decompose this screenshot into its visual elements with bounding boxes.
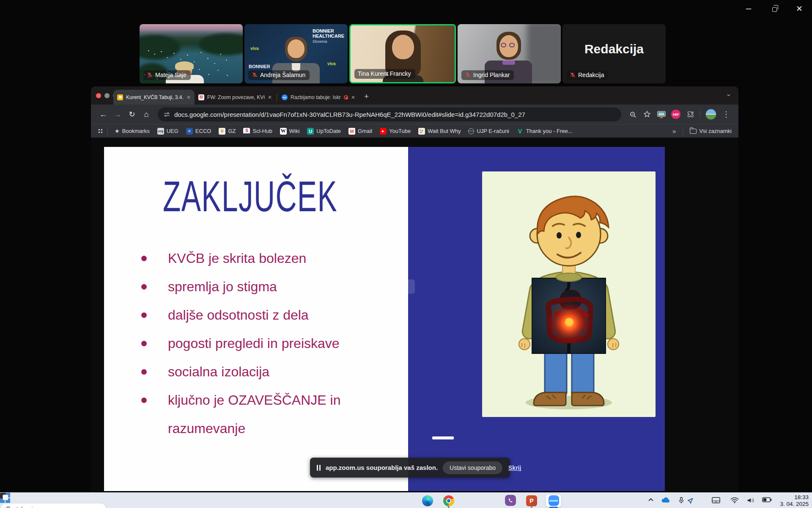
zoom-app-button-active[interactable]: zoom xyxy=(546,494,562,507)
bookmark-gz[interactable]: ♛GZ xyxy=(215,127,239,136)
gz-favicon: ♛ xyxy=(219,128,225,135)
ueg-favicon: ueg xyxy=(157,128,164,135)
slide-left-panel: ZAKLJUČEK KVČB je skrita bolezen spremlj… xyxy=(104,147,408,491)
site-settings-icon[interactable] xyxy=(164,111,170,118)
screen: – ✕ Mateja Saje BONNIER HEALTHCARE Slove… xyxy=(0,0,812,508)
viber-button[interactable] xyxy=(505,495,516,506)
location-arrow-tray-icon[interactable] xyxy=(687,498,693,504)
minimize-button[interactable]: – xyxy=(746,4,751,13)
boy-illustration-card xyxy=(482,171,656,417)
hide-banner-link[interactable]: Skrij xyxy=(508,464,521,471)
tab-kurent-kvcb-tabuji[interactable]: Kurent_KVČB Tabuji, 3.4.202 ✕ xyxy=(113,90,195,105)
participant-label: Ingrid Plankar xyxy=(461,70,514,80)
restore-icon[interactable] xyxy=(772,7,777,12)
back-button[interactable]: ← xyxy=(96,110,110,119)
participant-name: Andreja Šalamun xyxy=(260,72,305,78)
bookmark-gmail[interactable]: MGmail xyxy=(345,127,376,136)
star-icon: ★ xyxy=(115,128,120,134)
screen-share-banner: app.zoom.us souporablja vaš zaslon. Usta… xyxy=(310,458,510,478)
tab-close-icon[interactable]: ✕ xyxy=(268,94,272,100)
bookmarks-overflow-chevrons[interactable]: » xyxy=(669,127,679,135)
stop-share-button[interactable]: Ustavi souporabo xyxy=(443,461,502,474)
bookmark-star-icon[interactable] xyxy=(640,110,654,118)
scroll-thumb[interactable] xyxy=(408,279,415,294)
participant-name: Mateja Saje xyxy=(155,72,187,78)
zoom-page-icon[interactable] xyxy=(625,111,640,118)
bookmarks-bar: ★Bookmarks uegUEG ≡ECCO ♛GZ SScl-Hub WWi… xyxy=(91,124,738,138)
gmail-favicon: M xyxy=(348,128,355,135)
tray-chevron-icon[interactable] xyxy=(648,497,654,503)
profile-avatar[interactable] xyxy=(705,109,716,120)
chrome-running-dot xyxy=(448,506,450,508)
pause-share-icon[interactable] xyxy=(317,465,321,471)
bookmark-ujp[interactable]: UJP E-računi xyxy=(465,127,512,135)
taskbar-search[interactable] xyxy=(0,503,107,508)
participant-name: Redakcija xyxy=(578,72,604,78)
new-tab-button[interactable]: + xyxy=(364,92,369,101)
browser-menu-icon[interactable]: ⋮ xyxy=(719,110,733,119)
tab-razbijamo-tabuje[interactable]: zm Razbijamo tabuje: Iskreno ✕ xyxy=(278,90,359,105)
bookmark-ueg[interactable]: uegUEG xyxy=(154,127,182,136)
bookmark-wiki[interactable]: WWiki xyxy=(277,127,303,136)
tab-close-icon[interactable]: ✕ xyxy=(351,94,355,100)
video-tile-tina-kurent-francky-active-speaker[interactable]: Tina Kurent Francky xyxy=(349,24,456,83)
presentation-area: ZAKLJUČEK KVČB je skrita bolezen spremlj… xyxy=(91,138,738,491)
all-bookmarks-button[interactable]: Vsi zaznamki xyxy=(686,127,732,135)
bookmark-scihub[interactable]: SScl-Hub xyxy=(240,127,275,136)
volume-tray-icon[interactable] xyxy=(747,497,755,504)
bookmark-waitbutwhy[interactable]: Wait But Why xyxy=(415,127,464,136)
participant-face xyxy=(288,39,304,58)
tab-search-chevron-icon[interactable]: ⌄ xyxy=(726,89,732,98)
bookmark-thankyou-free[interactable]: VThank you - Free... xyxy=(513,127,576,136)
address-bar[interactable]: docs.google.com/presentation/d/1vaoFn7of… xyxy=(158,108,621,121)
powerpoint-button[interactable]: P xyxy=(526,495,537,506)
adblock-plus-icon[interactable]: ABP xyxy=(671,110,680,119)
slide-right-panel xyxy=(408,147,665,491)
extensions-puzzle-icon[interactable] xyxy=(683,110,697,118)
touchpad-tray-icon[interactable] xyxy=(712,497,720,504)
search-icon xyxy=(6,506,11,508)
screen-cast-extension-icon[interactable] xyxy=(654,111,669,118)
powerpoint-running-dot xyxy=(531,506,532,508)
uptodate-favicon: U xyxy=(307,128,314,135)
search-input[interactable] xyxy=(15,505,101,508)
muted-mic-icon xyxy=(465,72,471,78)
bookmark-ecco[interactable]: ≡ECCO xyxy=(183,127,215,136)
bookmark-bookmarks[interactable]: ★Bookmarks xyxy=(111,127,153,135)
vecteezy-favicon: V xyxy=(517,128,524,135)
glasses xyxy=(501,43,506,47)
video-tile-andreja-salamun[interactable]: BONNIER HEALTHCARE Slovenia viva viva BO… xyxy=(244,24,348,83)
forward-button[interactable]: → xyxy=(110,110,125,119)
tab-close-icon[interactable]: ✕ xyxy=(187,94,191,100)
chrome-button[interactable] xyxy=(443,495,454,506)
video-tile-mateja-saje[interactable]: Mateja Saje xyxy=(140,24,243,83)
reload-button[interactable]: ↻ xyxy=(125,110,139,119)
slide-progress-dash xyxy=(432,436,454,439)
bookmark-youtube[interactable]: ▶YouTube xyxy=(376,127,414,136)
mac-minimize-button[interactable] xyxy=(104,93,110,98)
bullet-item-continuation: razumevanje xyxy=(141,414,340,443)
mac-close-button[interactable] xyxy=(96,93,101,98)
video-tile-ingrid-plankar[interactable]: Ingrid Plankar xyxy=(458,24,561,83)
youtube-favicon: ▶ xyxy=(380,128,387,135)
windows-taskbar: P zoom 18:33 3. 04. 2025 xyxy=(0,492,812,508)
taskbar-clock[interactable]: 18:33 3. 04. 2025 xyxy=(774,494,809,507)
video-tile-redakcija[interactable]: Redakcija Redakcija xyxy=(562,24,666,83)
viva-logo: viva xyxy=(250,46,258,51)
edge-button[interactable] xyxy=(422,495,433,506)
wifi-tray-icon[interactable] xyxy=(730,497,739,503)
microphone-tray-icon[interactable] xyxy=(679,497,684,504)
tab-fw-zoom-povezave[interactable]: M FW: Zoom povezave, KVČB, ✕ xyxy=(195,90,276,105)
waitbutwhy-favicon xyxy=(418,128,425,135)
bookmark-uptodate[interactable]: UUpToDate xyxy=(304,127,344,136)
bullet-item: ključno je OZAVEŠČANJE in xyxy=(141,386,340,414)
time: 18:33 xyxy=(774,494,809,501)
bullet-item: KVČB je skrita bolezen xyxy=(141,244,340,273)
close-button[interactable]: ✕ xyxy=(796,5,803,13)
apps-grid-icon[interactable] xyxy=(99,129,100,130)
onedrive-tray-icon[interactable] xyxy=(661,497,670,503)
battery-tray-icon[interactable] xyxy=(762,497,772,502)
home-button[interactable]: ⌂ xyxy=(139,110,154,119)
chrome-window: Kurent_KVČB Tabuji, 3.4.202 ✕ M FW: Zoom… xyxy=(91,86,738,491)
participant-label: Andreja Šalamun xyxy=(248,70,310,80)
